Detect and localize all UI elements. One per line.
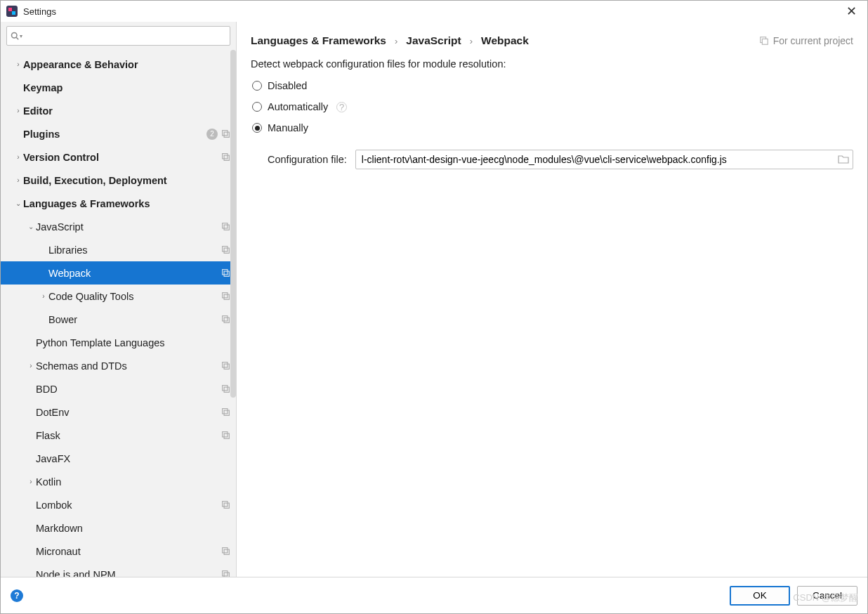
tree-item-javascript[interactable]: ⌄JavaScript	[1, 215, 236, 238]
settings-tree: ›Appearance & BehaviorKeymap›EditorPlugi…	[1, 50, 236, 577]
svg-rect-34	[762, 39, 768, 44]
chevron-right-icon: ›	[395, 36, 397, 46]
tree-item-version-control[interactable]: ›Version Control	[1, 145, 236, 169]
count-badge: 2	[206, 129, 218, 140]
tree-item-label: Languages & Frameworks	[23, 198, 230, 209]
chevron-right-icon: ›	[39, 292, 48, 300]
svg-rect-18	[224, 318, 229, 322]
radio-disabled[interactable]: Disabled	[251, 75, 853, 96]
svg-rect-20	[224, 364, 229, 369]
svg-rect-1	[8, 8, 12, 11]
tree-item-bdd[interactable]: BDD	[1, 377, 236, 400]
tree-item-label: Build, Execution, Deployment	[23, 175, 230, 186]
tree-item-keymap[interactable]: Keymap	[1, 76, 236, 99]
tree-item-python-template-languages[interactable]: Python Template Languages	[1, 331, 236, 354]
tree-item-appearance-behavior[interactable]: ›Appearance & Behavior	[1, 53, 236, 76]
project-icon	[221, 129, 230, 139]
tree-item-micronaut[interactable]: Micronaut	[1, 540, 236, 563]
tree-item-label: Editor	[23, 105, 230, 117]
tree-item-libraries[interactable]: Libraries	[1, 238, 236, 261]
project-icon	[221, 547, 230, 556]
radio-label: Disabled	[268, 80, 307, 91]
chevron-right-icon: ›	[13, 176, 23, 184]
tree-item-label: Version Control	[23, 152, 218, 163]
tree-item-markdown[interactable]: Markdown	[1, 516, 236, 540]
svg-rect-22	[224, 387, 229, 392]
breadcrumb: Languages & Frameworks › JavaScript › We…	[251, 34, 759, 47]
svg-rect-30	[224, 549, 229, 554]
scrollbar[interactable]	[230, 50, 236, 398]
breadcrumb-root[interactable]: Languages & Frameworks	[251, 34, 386, 47]
svg-point-3	[12, 33, 18, 39]
tree-item-node-js-and-npm[interactable]: Node.js and NPM	[1, 563, 236, 577]
svg-line-4	[16, 37, 18, 39]
svg-rect-6	[224, 132, 229, 137]
project-icon	[221, 570, 230, 577]
tree-item-label: Webpack	[48, 268, 218, 279]
close-icon[interactable]: ✕	[841, 4, 862, 19]
tree-item-plugins[interactable]: Plugins2	[1, 122, 236, 145]
project-icon	[221, 152, 230, 162]
tree-item-build-execution-deployment[interactable]: ›Build, Execution, Deployment	[1, 169, 236, 192]
tree-item-label: Flask	[36, 430, 218, 441]
chevron-right-icon: ›	[13, 60, 23, 68]
tree-item-editor[interactable]: ›Editor	[1, 99, 236, 122]
tree-item-dotenv[interactable]: DotEnv	[1, 400, 236, 424]
chevron-down-icon: ▾	[20, 33, 22, 39]
tree-item-label: Plugins	[23, 129, 204, 140]
svg-rect-10	[224, 225, 229, 230]
ok-button[interactable]: OK	[730, 586, 790, 606]
tree-item-label: Markdown	[36, 523, 230, 534]
chevron-right-icon: ›	[26, 362, 36, 370]
tree-item-label: JavaScript	[36, 221, 218, 233]
chevron-down-icon: ⌄	[13, 200, 23, 207]
radio-manually[interactable]: Manually	[251, 117, 853, 138]
project-icon	[221, 315, 230, 325]
tree-item-label: Libraries	[48, 244, 218, 256]
help-icon[interactable]: ?	[336, 102, 347, 112]
svg-rect-24	[224, 410, 229, 415]
sidebar: ▾ ›Appearance & BehaviorKeymap›EditorPlu…	[1, 22, 237, 577]
tree-item-label: Micronaut	[36, 546, 218, 557]
tree-item-label: Python Template Languages	[36, 337, 230, 348]
tree-item-bower[interactable]: Bower	[1, 308, 236, 331]
search-input[interactable]	[6, 26, 230, 46]
tree-item-label: Appearance & Behavior	[23, 59, 230, 70]
radio-label: Automatically	[268, 101, 328, 112]
tree-item-label: Node.js and NPM	[36, 569, 218, 577]
project-icon	[221, 407, 230, 417]
tree-item-kotlin[interactable]: ›Kotlin	[1, 470, 236, 493]
tree-item-javafx[interactable]: JavaFX	[1, 447, 236, 470]
cancel-button[interactable]: Cancel	[797, 586, 857, 606]
project-icon	[221, 292, 230, 301]
scope-label: For current project	[773, 35, 853, 46]
chevron-right-icon: ›	[13, 107, 23, 115]
radio-icon	[252, 102, 262, 112]
app-icon	[6, 6, 18, 17]
help-button[interactable]: ?	[11, 589, 23, 602]
project-icon	[221, 245, 230, 255]
chevron-right-icon: ›	[13, 153, 23, 161]
radio-automatically[interactable]: Automatically ?	[251, 96, 853, 117]
svg-rect-16	[224, 294, 229, 299]
tree-item-label: Code Quality Tools	[48, 291, 218, 302]
tree-item-lombok[interactable]: Lombok	[1, 493, 236, 516]
tree-item-schemas-and-dtds[interactable]: ›Schemas and DTDs	[1, 354, 236, 377]
breadcrumb-mid[interactable]: JavaScript	[406, 34, 461, 47]
radio-label: Manually	[268, 122, 308, 133]
tree-item-code-quality-tools[interactable]: ›Code Quality Tools	[1, 285, 236, 308]
svg-rect-28	[224, 503, 229, 508]
chevron-right-icon: ›	[26, 478, 36, 485]
main-panel: Languages & Frameworks › JavaScript › We…	[237, 22, 867, 577]
window-title: Settings	[23, 6, 841, 17]
tree-item-webpack[interactable]: Webpack	[1, 261, 236, 285]
tree-item-languages-frameworks[interactable]: ⌄Languages & Frameworks	[1, 192, 236, 215]
search-field[interactable]: ▾	[6, 26, 230, 46]
tree-item-flask[interactable]: Flask	[1, 424, 236, 447]
radio-icon	[252, 123, 262, 133]
config-file-input[interactable]	[355, 150, 853, 169]
search-icon	[11, 32, 19, 40]
folder-icon[interactable]	[838, 155, 849, 164]
project-icon	[221, 361, 230, 371]
tree-item-label: Bower	[48, 314, 218, 325]
